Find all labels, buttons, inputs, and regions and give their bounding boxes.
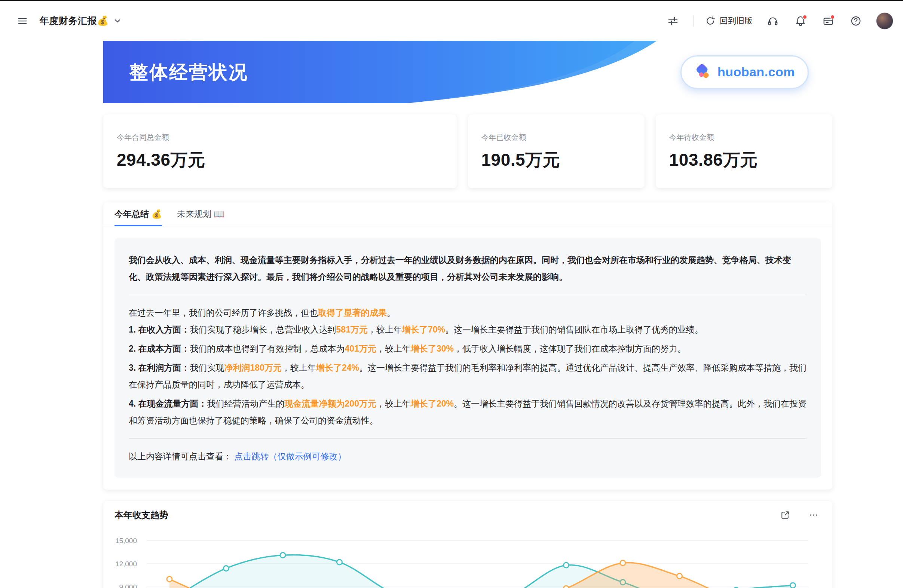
- stat-value: 294.36万元: [117, 148, 443, 172]
- bell-badge-dot: [802, 14, 807, 19]
- footer-label: 以上内容详情可点击查看：: [129, 451, 232, 461]
- summary-item-cashflow: 4. 在现金流量方面：我们经营活动产生的现金流量净额为200万元，较上年增长了2…: [129, 395, 807, 429]
- benefits-icon[interactable]: [821, 13, 836, 28]
- summary-intro: 我们会从收入、成本、利润、现金流量等主要财务指标入手，分析过去一年的业绩以及财务…: [129, 252, 807, 285]
- summary-content-box: 我们会从收入、成本、利润、现金流量等主要财务指标入手，分析过去一年的业绩以及财务…: [115, 238, 821, 478]
- overview-banner: 整体经营状况 huoban.com: [103, 41, 832, 103]
- report-page: 整体经营状况 huoban.com 今年合同总金额 294.36万元: [103, 41, 832, 588]
- item-label: 1. 在收入方面：: [129, 325, 190, 334]
- item-highlight: 增长了70%: [402, 325, 445, 334]
- item-text: ，较上年: [376, 344, 411, 354]
- item-text: ，较上年: [376, 399, 411, 409]
- huoban-logo-text: huoban.com: [717, 65, 795, 79]
- bell-icon[interactable]: [793, 13, 808, 28]
- item-label: 3. 在利润方面：: [129, 363, 190, 373]
- item-text: 我们实现: [190, 363, 225, 373]
- item-label: 4. 在现金流量方面：: [129, 399, 207, 409]
- banner-title: 整体经营状况: [129, 60, 249, 85]
- stat-value: 190.5万元: [481, 148, 631, 172]
- chart-actions: [778, 508, 821, 522]
- navbar-divider: [693, 15, 694, 27]
- app-title: 年度财务汇报💰: [40, 14, 109, 27]
- stat-cards-row: 今年合同总金额 294.36万元 今年已收金额 190.5万元 今年待收金额 1…: [103, 115, 832, 188]
- app-title-dropdown[interactable]: 年度财务汇报💰: [40, 14, 122, 27]
- navbar-actions: 回到旧版: [653, 13, 893, 30]
- item-text: ，低于收入增长幅度，这体现了我们在成本控制方面的努力。: [454, 344, 686, 354]
- trend-line-chart: 15,00012,0009,000: [115, 525, 821, 588]
- svg-text:12,000: 12,000: [115, 560, 137, 568]
- summary-lead: 在过去一年里，我们的公司经历了许多挑战，但也取得了显著的成果。: [129, 305, 807, 321]
- tab-future-plan[interactable]: 未来规划 📖: [177, 202, 225, 226]
- summary-item-profit: 3. 在利润方面：我们实现净利润180万元，较上年增长了24%。这一增长主要得益…: [129, 360, 807, 393]
- help-icon[interactable]: [848, 13, 863, 28]
- trend-chart-card: 本年收支趋势 15,00012,0009,000: [103, 501, 832, 588]
- stat-label: 今年待收金额: [669, 132, 819, 143]
- summary-panel: 今年总结 💰 未来规划 📖 我们会从收入、成本、利润、现金流量等主要财务指标入手…: [103, 202, 832, 490]
- tab-this-year-summary[interactable]: 今年总结 💰: [115, 202, 162, 226]
- divider: [129, 295, 807, 295]
- back-to-old-version-label: 回到旧版: [720, 15, 753, 27]
- stat-card-contract-total: 今年合同总金额 294.36万元: [103, 115, 457, 188]
- lead-text: 。: [387, 308, 395, 318]
- summary-footer: 以上内容详情可点击查看： 点击跳转（仅做示例可修改）: [129, 448, 807, 465]
- tab-bar: 今年总结 💰 未来规划 📖: [103, 202, 832, 226]
- avatar[interactable]: [876, 13, 893, 30]
- summary-item-revenue: 1. 在收入方面：我们实现了稳步增长，总营业收入达到581万元，较上年增长了70…: [129, 321, 807, 338]
- expand-icon[interactable]: [778, 508, 793, 522]
- item-highlight: 增长了24%: [316, 363, 359, 373]
- divider: [129, 439, 807, 439]
- summary-list: 1. 在收入方面：我们实现了稳步增长，总营业收入达到581万元，较上年增长了70…: [129, 321, 807, 429]
- stat-card-pending: 今年待收金额 103.86万元: [656, 115, 832, 188]
- lead-highlight: 取得了显著的成果: [318, 308, 387, 318]
- stat-value: 103.86万元: [669, 148, 819, 172]
- more-icon[interactable]: [806, 508, 821, 522]
- stat-label: 今年已收金额: [481, 132, 631, 143]
- item-text: ，较上年: [368, 325, 402, 334]
- top-navbar: 年度财务汇报💰 回到旧版: [0, 1, 903, 41]
- item-highlight: 净利润180万元: [225, 363, 282, 373]
- chevron-down-icon: [113, 16, 122, 26]
- benefits-badge-dot: [830, 14, 835, 19]
- item-text: 我们经营活动产生的: [207, 399, 285, 409]
- item-highlight: 增长了30%: [411, 344, 454, 354]
- history-icon: [705, 15, 716, 27]
- menu-icon[interactable]: [15, 13, 30, 28]
- back-to-old-version-button[interactable]: 回到旧版: [705, 15, 753, 27]
- summary-item-cost: 2. 在成本方面：我们的成本也得到了有效控制，总成本为401万元，较上年增长了3…: [129, 340, 807, 357]
- sliders-icon[interactable]: [665, 13, 680, 28]
- item-text: ，较上年: [282, 363, 316, 373]
- huoban-logo-badge[interactable]: huoban.com: [680, 55, 809, 89]
- chart-title: 本年收支趋势: [115, 509, 168, 521]
- item-highlight: 增长了20%: [411, 399, 454, 409]
- item-text: 我们的成本也得到了有效控制，总成本为: [190, 344, 345, 354]
- item-label: 2. 在成本方面：: [129, 344, 190, 354]
- lead-text: 在过去一年里，我们的公司经历了许多挑战，但也: [129, 308, 318, 318]
- item-highlight: 401万元: [345, 344, 376, 354]
- jump-link[interactable]: 点击跳转（仅做示例可修改）: [234, 451, 346, 461]
- chart-header: 本年收支趋势: [115, 501, 821, 525]
- svg-text:15,000: 15,000: [115, 537, 137, 545]
- item-highlight: 581万元: [336, 325, 368, 334]
- svg-text:9,000: 9,000: [119, 583, 137, 588]
- stat-card-received: 今年已收金额 190.5万元: [468, 115, 645, 188]
- item-highlight: 现金流量净额为200万元: [285, 399, 376, 409]
- item-text: 我们实现了稳步增长，总营业收入达到: [190, 325, 336, 334]
- huoban-logo-icon: [694, 64, 711, 81]
- stat-label: 今年合同总金额: [117, 132, 443, 143]
- item-text: 。这一增长主要得益于我们的销售团队在市场上取得了优秀的业绩。: [445, 325, 703, 334]
- headset-icon[interactable]: [765, 13, 780, 28]
